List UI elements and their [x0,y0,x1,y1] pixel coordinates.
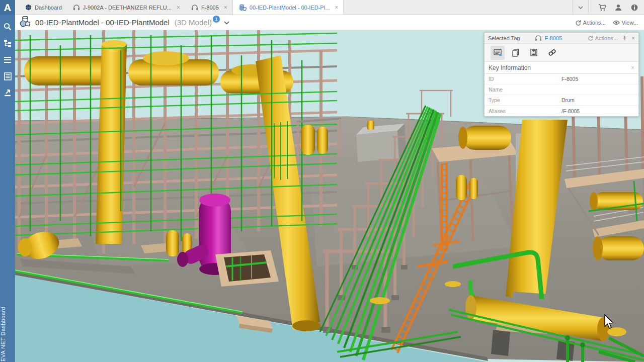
model3d-icon [239,4,247,11]
user-icon[interactable] [612,0,625,15]
tab-overflow-chevron-icon[interactable] [573,0,589,15]
yellow-drum-elevated[interactable] [463,126,511,150]
panel-actions-label: Actions... [595,35,618,41]
table-row[interactable]: ID F-8005 [485,74,638,84]
yellow-pad [370,297,390,304]
tag-icon [191,5,198,11]
tab-label: F-8005 [201,5,219,11]
eye-icon [613,20,620,25]
row-label: ID [485,76,561,82]
list-icon[interactable] [0,51,15,68]
pin-icon[interactable] [622,35,627,41]
title-bar-actions: Actions... View... [575,20,644,26]
app-sidebar: AVEVA NET Dashboard [0,0,15,362]
tab-close-icon[interactable]: × [177,4,180,11]
yellow-drum-right-lower[interactable] [598,236,644,260]
selected-tag-panel: Selected Tag F-8005 Actions... × [484,32,639,117]
tab-label: J-9002A - DEETHANIZER REFLU... [83,5,172,11]
hierarchy-icon[interactable] [0,35,15,51]
view-button[interactable]: View... [613,20,638,26]
aveva-logo-glyph [3,3,12,12]
documents-tool-icon[interactable] [509,46,523,60]
actions-button[interactable]: Actions... [575,20,606,26]
key-information-close-icon[interactable]: × [631,64,634,71]
key-information-header: Key Information × [485,62,638,74]
model3d-large-icon [19,16,31,29]
tag-icon [73,5,80,11]
yellow-pad [445,281,461,287]
table-row[interactable]: Aliases /F-8005 [485,106,638,116]
selected-tag-header: Selected Tag F-8005 Actions... × [485,33,638,44]
tab-close-icon[interactable]: × [335,4,338,11]
tag-icon [535,35,542,41]
selected-tag-id: F-8005 [544,35,562,41]
links-tool-icon[interactable] [545,46,559,60]
tab-f8005[interactable]: F-8005 × [185,0,232,15]
title-chevron-icon[interactable] [224,20,229,26]
info-icon[interactable] [628,0,641,15]
ground-pit[interactable] [215,250,279,287]
page-title: 00-IED-PlantModel - 00-IED-PlantModel [35,18,170,27]
actions-icon [575,20,581,26]
tab-close-icon[interactable]: × [224,4,227,11]
view-label: View... [622,20,638,26]
row-label: Type [485,97,561,103]
key-information-title: Key Information [489,64,531,71]
sidebar-footer-label: AVEVA NET Dashboard [0,307,15,362]
row-label: Name [485,86,561,93]
details-tool-icon[interactable] [491,46,505,60]
tab-bar-right [573,0,644,15]
search-icon[interactable] [0,18,15,35]
cart-icon[interactable] [596,0,609,15]
globe-icon [25,4,32,11]
tab-dashboard[interactable]: Dashboard [19,0,67,15]
table-row[interactable]: Name [485,84,638,95]
count-badge: 1 [213,16,220,23]
actions-icon [588,35,593,41]
tab-bar: Dashboard J-9002A - DEETHANIZER REFLU...… [15,0,644,15]
tab-label: Dashboard [35,5,62,11]
row-value: F-8005 [561,76,638,82]
table-row[interactable]: Type Drum [485,95,638,106]
datasheet-tool-icon[interactable] [527,46,541,60]
selected-tag-title: Selected Tag [488,35,520,41]
report-icon[interactable] [0,68,15,84]
actions-label: Actions... [583,20,606,26]
selected-tag-link[interactable]: F-8005 [535,35,562,41]
export-icon[interactable] [0,84,15,101]
page-subtitle: (3D Model) [175,18,212,27]
tab-plantmodel-active[interactable]: 00-IED-PlantModel - 00-IED-Pl... × [232,0,344,15]
tab-j9002a[interactable]: J-9002A - DEETHANIZER REFLU... × [67,0,185,15]
row-value: Drum [561,97,638,103]
panel-actions-button[interactable]: Actions... [588,35,618,41]
tab-label: 00-IED-PlantModel - 00-IED-Pl... [250,5,330,11]
aveva-logo-icon[interactable] [0,0,15,15]
selected-tag-toolbar [485,44,638,62]
row-value: /F-8005 [561,108,638,114]
row-label: Aliases [485,108,561,114]
panel-close-icon[interactable]: × [631,35,635,42]
document-title-bar: 00-IED-PlantModel - 00-IED-PlantModel (3… [15,15,644,30]
